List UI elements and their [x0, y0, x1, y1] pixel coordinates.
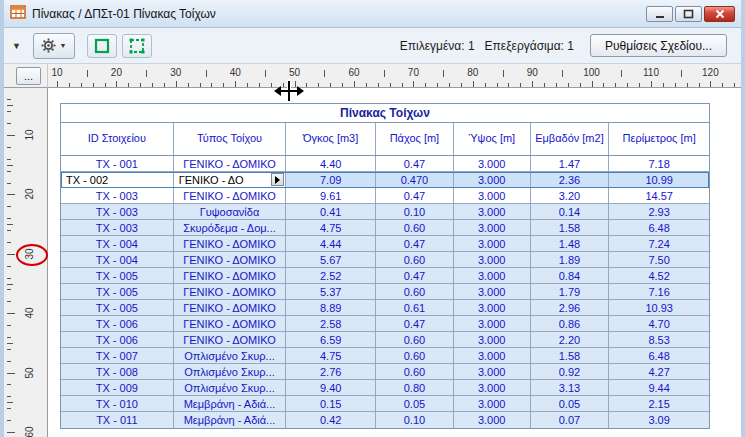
- table-cell[interactable]: ΤΧ - 006: [61, 332, 174, 347]
- table-row[interactable]: ΤΧ - 010Μεμβράνη - Αδιά...0.150.053.0000…: [61, 396, 709, 412]
- table-cell[interactable]: Μεμβράνη - Αδιά...: [174, 396, 287, 411]
- table-cell[interactable]: 5.37: [286, 284, 376, 299]
- table-row[interactable]: ΤΧ - 005ΓΕΝΙΚΟ - ΔΟΜΙΚΟ2.520.473.0000.84…: [61, 268, 709, 284]
- maximize-button[interactable]: [675, 6, 702, 22]
- table-row[interactable]: ΤΧ - 003Γυψοσανίδα0.410.103.0000.142.93: [61, 204, 709, 220]
- table-cell[interactable]: 3.000: [454, 172, 531, 187]
- select-marquee-button[interactable]: [87, 34, 117, 58]
- caret-down-icon[interactable]: ▼: [12, 41, 21, 51]
- table-cell[interactable]: 0.60: [376, 364, 454, 379]
- table-row[interactable]: ΤΧ - 004ΓΕΝΙΚΟ - ΔΟΜΙΚΟ5.670.603.0001.89…: [61, 252, 709, 268]
- table-cell[interactable]: 0.47: [376, 188, 454, 203]
- table-cell[interactable]: ΓΕΝΙΚΟ - ΔΟΜΙΚΟ: [174, 268, 287, 283]
- table-cell[interactable]: 0.15: [286, 396, 376, 411]
- table-row[interactable]: ΤΧ - 002ΓΕΝΙΚΟ - ΔΟ7.090.4703.0002.3610.…: [61, 172, 709, 188]
- table-cell[interactable]: ΓΕΝΙΚΟ - ΔΟΜΙΚΟ: [174, 236, 287, 251]
- table-cell[interactable]: Οπλισμένο Σκυρ...: [174, 380, 287, 395]
- table-cell[interactable]: 7.16: [609, 284, 709, 299]
- table-cell[interactable]: ΤΧ - 006: [61, 316, 174, 331]
- table-cell[interactable]: Οπλισμένο Σκυρ...: [174, 348, 287, 363]
- table-cell[interactable]: 3.000: [454, 268, 531, 283]
- table-cell[interactable]: 1.89: [531, 252, 610, 267]
- table-cell[interactable]: 0.84: [531, 268, 610, 283]
- table-cell[interactable]: ΤΧ - 002: [61, 172, 174, 187]
- table-cell[interactable]: 0.60: [376, 332, 454, 347]
- table-cell[interactable]: 0.10: [376, 412, 454, 428]
- table-cell[interactable]: 0.80: [376, 380, 454, 395]
- table-cell[interactable]: 3.000: [454, 284, 531, 299]
- table-cell[interactable]: 3.000: [454, 204, 531, 219]
- table-cell[interactable]: 3.000: [454, 236, 531, 251]
- table-cell[interactable]: ΤΧ - 007: [61, 348, 174, 363]
- table-cell[interactable]: 1.48: [531, 236, 610, 251]
- table-cell[interactable]: ΤΧ - 003: [61, 204, 174, 219]
- drawing-canvas[interactable]: Πίνακας Τοίχων ID ΣτοιχείουΤύπος ΤοίχουΌ…: [48, 88, 741, 437]
- table-cell[interactable]: 7.09: [286, 172, 376, 187]
- table-cell[interactable]: ΤΧ - 011: [61, 412, 174, 428]
- table-cell[interactable]: 0.60: [376, 348, 454, 363]
- table-cell[interactable]: 1.58: [531, 220, 610, 235]
- table-cell[interactable]: 8.89: [286, 300, 376, 315]
- table-cell[interactable]: 2.96: [531, 300, 610, 315]
- table-cell[interactable]: Σκυρόδεμα - Δομ...: [174, 220, 287, 235]
- table-cell[interactable]: 0.470: [376, 172, 454, 187]
- table-cell[interactable]: 3.000: [454, 300, 531, 315]
- table-cell[interactable]: 0.60: [376, 252, 454, 267]
- table-cell[interactable]: ΓΕΝΙΚΟ - ΔΟΜΙΚΟ: [174, 316, 287, 331]
- table-cell[interactable]: 2.36: [531, 172, 610, 187]
- table-cell[interactable]: ΤΧ - 005: [61, 300, 174, 315]
- settings-gear-button[interactable]: ▼: [33, 33, 75, 59]
- table-cell[interactable]: ΓΕΝΙΚΟ - ΔΟΜΙΚΟ: [174, 252, 287, 267]
- table-row[interactable]: ΤΧ - 011Μεμβράνη - Αδιά...0.420.103.0000…: [61, 412, 709, 428]
- table-cell[interactable]: ΓΕΝΙΚΟ - ΔΟΜΙΚΟ: [174, 284, 287, 299]
- table-cell[interactable]: 2.76: [286, 364, 376, 379]
- table-cell[interactable]: 9.44: [609, 380, 709, 395]
- table-cell[interactable]: 0.47: [376, 156, 454, 171]
- table-cell[interactable]: 3.000: [454, 396, 531, 411]
- table-cell[interactable]: 3.000: [454, 348, 531, 363]
- table-cell[interactable]: 3.000: [454, 156, 531, 171]
- table-cell[interactable]: 3.000: [454, 412, 531, 428]
- table-cell[interactable]: 0.92: [531, 364, 610, 379]
- table-cell[interactable]: 10.93: [609, 300, 709, 315]
- table-cell[interactable]: 4.27: [609, 364, 709, 379]
- table-cell[interactable]: 0.47: [376, 316, 454, 331]
- table-cell[interactable]: ΓΕΝΙΚΟ - ΔΟΜΙΚΟ: [174, 188, 287, 203]
- table-cell[interactable]: 7.18: [609, 156, 709, 171]
- table-row[interactable]: ΤΧ - 008Οπλισμένο Σκυρ...2.760.603.0000.…: [61, 364, 709, 380]
- table-row[interactable]: ΤΧ - 005ΓΕΝΙΚΟ - ΔΟΜΙΚΟ5.370.603.0001.79…: [61, 284, 709, 300]
- scheme-settings-button[interactable]: Ρυθμίσεις Σχεδίου...: [590, 34, 727, 57]
- table-cell[interactable]: 9.40: [286, 380, 376, 395]
- table-cell[interactable]: 0.47: [376, 268, 454, 283]
- table-row[interactable]: ΤΧ - 001ΓΕΝΙΚΟ - ΔΟΜΙΚΟ4.400.473.0001.47…: [61, 156, 709, 172]
- table-cell[interactable]: 3.000: [454, 364, 531, 379]
- table-row[interactable]: ΤΧ - 006ΓΕΝΙΚΟ - ΔΟΜΙΚΟ2.580.473.0000.86…: [61, 316, 709, 332]
- table-cell[interactable]: 3.000: [454, 188, 531, 203]
- ruler-options-button[interactable]: ...: [16, 67, 41, 85]
- table-cell[interactable]: 8.53: [609, 332, 709, 347]
- table-cell[interactable]: ΓΕΝΙΚΟ - ΔΟΜΙΚΟ: [174, 156, 287, 171]
- table-cell[interactable]: 4.44: [286, 236, 376, 251]
- table-cell[interactable]: 5.67: [286, 252, 376, 267]
- zoom-to-selection-button[interactable]: [122, 34, 152, 58]
- table-cell[interactable]: 4.52: [609, 268, 709, 283]
- table-row[interactable]: ΤΧ - 004ΓΕΝΙΚΟ - ΔΟΜΙΚΟ4.440.473.0001.48…: [61, 236, 709, 252]
- table-cell[interactable]: ΓΕΝΙΚΟ - ΔΟ: [174, 172, 287, 187]
- table-cell[interactable]: 10.99: [609, 172, 709, 187]
- table-cell[interactable]: 2.52: [286, 268, 376, 283]
- close-button[interactable]: [704, 6, 735, 22]
- table-cell[interactable]: 0.42: [286, 412, 376, 428]
- table-row[interactable]: ΤΧ - 007Οπλισμένο Σκυρ...4.750.603.0001.…: [61, 348, 709, 364]
- minimize-button[interactable]: [646, 6, 673, 22]
- table-cell[interactable]: 6.59: [286, 332, 376, 347]
- table-cell[interactable]: ΓΕΝΙΚΟ - ΔΟΜΙΚΟ: [174, 300, 287, 315]
- table-cell[interactable]: 4.75: [286, 220, 376, 235]
- table-cell[interactable]: 3.13: [531, 380, 610, 395]
- table-cell[interactable]: 3.000: [454, 220, 531, 235]
- titlebar[interactable]: Πίνακας / ΔΠΣτ-01 Πίνακας Τοίχων: [4, 0, 741, 28]
- table-cell[interactable]: 4.40: [286, 156, 376, 171]
- table-cell[interactable]: 3.20: [531, 188, 610, 203]
- table-cell[interactable]: 2.20: [531, 332, 610, 347]
- table-cell[interactable]: 0.60: [376, 220, 454, 235]
- table-cell[interactable]: 3.000: [454, 380, 531, 395]
